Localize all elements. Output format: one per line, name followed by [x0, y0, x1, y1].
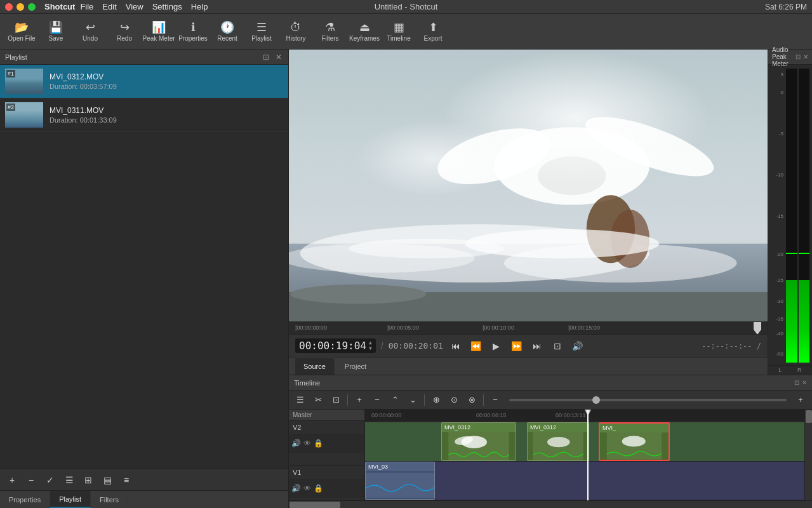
toolbar-redo[interactable]: ↪ Redo [108, 16, 141, 48]
toolbar-undo[interactable]: ↩ Undo [74, 16, 107, 48]
svg-point-10 [611, 210, 649, 268]
menu-edit[interactable]: Edit [102, 2, 116, 11]
menu-settings[interactable]: Settings [152, 2, 182, 11]
video-container[interactable] [289, 50, 768, 321]
maximize-button[interactable] [28, 3, 36, 11]
scrollbar-thumb-h[interactable] [290, 502, 340, 508]
toolbar-filters[interactable]: ⚗ Filters [314, 16, 347, 48]
playlist-item-1-info: MVI_0312.MOV Duration: 00:03:57:09 [50, 72, 283, 90]
menu-help[interactable]: Help [191, 2, 208, 11]
toolbar-save[interactable]: 💾 Save [39, 16, 72, 48]
track-v1-eye-icon[interactable]: 👁 [303, 484, 311, 493]
tl-menu-button[interactable]: ☰ [293, 393, 308, 407]
tl-zoom-in-button[interactable]: + [793, 393, 808, 407]
tab-playlist[interactable]: Playlist [50, 491, 91, 508]
track-v2-audio-icon[interactable]: 🔊 [291, 439, 301, 448]
toolbar-playlist[interactable]: ☰ Playlist [245, 16, 278, 48]
track-clip[interactable]: MVI_0312 [527, 422, 589, 461]
menu-bar: File Edit View Settings Help [80, 2, 208, 11]
pl-view-button[interactable]: ▤ [99, 472, 116, 488]
toolbar-export[interactable]: ⬆ Export [416, 16, 449, 48]
current-timecode: 00:00:19:04 ▲ ▼ [295, 338, 376, 353]
toolbar-properties[interactable]: ℹ Properties [176, 16, 210, 48]
step-forward-button[interactable]: ⏩ [509, 338, 524, 354]
apm-left-label: L [778, 367, 782, 373]
play-button[interactable]: ▶ [489, 338, 504, 354]
tl-ripple-markers-button[interactable]: ⊗ [464, 393, 479, 407]
tc-down-arrow[interactable]: ▼ [369, 346, 372, 351]
playlist-item[interactable]: #1 MVI_0312.MOV Duration: 00:03:57:09 [0, 65, 288, 98]
timecode-value: 00:00:19:04 [299, 340, 366, 352]
track-clip[interactable]: MVI_ [599, 422, 670, 461]
toggle-zoom-button[interactable]: ⊡ [550, 338, 565, 354]
track-v1-audio-icon[interactable]: 🔊 [291, 484, 301, 493]
tab-properties[interactable]: Properties [0, 491, 50, 508]
toolbar-recent[interactable]: 🕐 Recent [211, 16, 244, 48]
track-row-v2[interactable]: MVI_0312 [365, 422, 804, 462]
tl-lift-button[interactable]: ⌃ [387, 393, 403, 407]
right-panel: |00:00:00:00 |00:00:05:00 |00:00:10:00 |… [289, 50, 812, 508]
go-to-start-button[interactable]: ⏮ [448, 338, 463, 354]
toolbar-keyframes[interactable]: ⏏ Keyframes [348, 16, 381, 48]
timeline-scrollbar-v[interactable] [804, 410, 812, 500]
menu-file[interactable]: File [80, 2, 93, 11]
scale-mark-n15: -15 [776, 213, 783, 218]
track-row-v1[interactable]: MVI_03 [365, 462, 804, 501]
track-clip[interactable]: MVI_0312 [441, 422, 516, 461]
step-back-button[interactable]: ⏪ [469, 338, 484, 354]
track-v2-eye-icon[interactable]: 👁 [303, 439, 311, 448]
toolbar-history[interactable]: ⏱ History [279, 16, 312, 48]
apm-close-button[interactable]: ✕ [803, 53, 808, 60]
toolbar-open-file[interactable]: 📂 Open File [5, 16, 38, 48]
timeline-scrollbar-h[interactable] [289, 500, 812, 508]
source-tab-project[interactable]: Project [335, 358, 376, 375]
tl-ripple-button[interactable]: ✂ [310, 393, 326, 407]
scale-mark-n50: -50 [776, 351, 783, 357]
tl-overwrite-button[interactable]: ⌄ [405, 393, 420, 407]
tl-add-button[interactable]: + [352, 393, 367, 407]
minimize-button[interactable] [17, 3, 24, 11]
track-v2-lock-icon[interactable]: 🔒 [314, 439, 323, 448]
pl-add-button[interactable]: + [4, 472, 20, 488]
timecode-arrows[interactable]: ▲ ▼ [369, 340, 372, 351]
tab-filters[interactable]: Filters [91, 491, 128, 508]
pl-remove-button[interactable]: − [23, 472, 39, 488]
timeline-close-button[interactable]: ✕ [802, 379, 807, 386]
close-button[interactable] [5, 3, 13, 11]
playlist-item[interactable]: #2 MVI_0311.MOV Duration: 00:01:33:09 [0, 98, 288, 132]
timeline-float-button[interactable]: ⊡ [794, 379, 799, 386]
track-v1-lock-icon[interactable]: 🔒 [314, 484, 323, 493]
undo-label: Undo [83, 35, 98, 42]
tl-track-button[interactable]: ⊡ [328, 393, 343, 407]
tl-scrub-button[interactable]: ⊙ [446, 393, 462, 407]
tl-zoom-slider[interactable] [509, 399, 787, 401]
tc-up-arrow[interactable]: ▲ [369, 340, 372, 345]
timeline-header-controls: ⊡ ✕ [794, 379, 807, 386]
volume-button[interactable]: 🔊 [570, 338, 585, 354]
tl-separator-1 [347, 394, 348, 406]
scale-mark-3: 3 [781, 72, 783, 77]
redo-label: Redo [117, 35, 132, 42]
tl-zoom-thumb[interactable] [592, 396, 600, 404]
source-tab-source[interactable]: Source [294, 358, 335, 375]
menu-view[interactable]: View [126, 2, 143, 11]
apm-right-peak [799, 253, 810, 254]
apm-footer: L R [768, 365, 812, 375]
toolbar-timeline[interactable]: ▦ Timeline [382, 16, 415, 48]
apm-float-button[interactable]: ⊡ [795, 53, 801, 60]
tl-remove-button[interactable]: − [369, 393, 385, 407]
pl-grid-button[interactable]: ⊞ [80, 472, 97, 488]
tl-snap-button[interactable]: ⊕ [429, 393, 444, 407]
pl-check-button[interactable]: ✓ [42, 472, 58, 488]
panel-close-button[interactable]: ✕ [274, 53, 283, 62]
pl-details-button[interactable]: ≡ [118, 472, 135, 488]
toolbar-peak-meter[interactable]: 📊 Peak Meter [142, 16, 175, 48]
svg-point-13 [465, 229, 660, 258]
go-to-end-button[interactable]: ⏭ [529, 338, 545, 354]
scrollbar-thumb-v[interactable] [806, 410, 812, 423]
timeline-icon: ▦ [394, 22, 404, 33]
pl-list-button[interactable]: ☰ [61, 472, 77, 488]
track-clip[interactable]: MVI_03 [365, 462, 435, 500]
panel-float-button[interactable]: ⊡ [262, 53, 270, 62]
tl-zoom-out-button[interactable]: − [488, 393, 503, 407]
